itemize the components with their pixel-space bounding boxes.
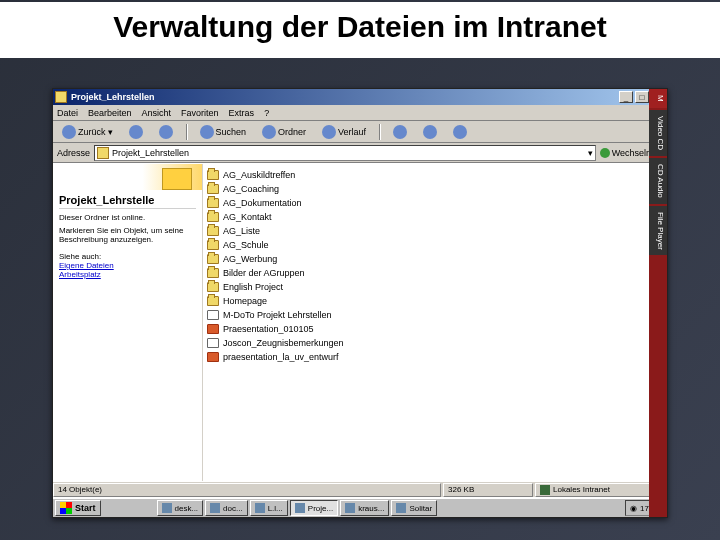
media-sidebar: M Video CD CD Audio File Player [649,89,667,517]
presentation-icon [207,352,219,362]
maximize-button[interactable]: □ [635,91,649,103]
task-button[interactable]: doc... [205,500,248,516]
quicklaunch-icon[interactable] [139,500,155,516]
folder-icon [97,147,109,159]
search-label: Suchen [216,127,247,137]
tb-extra1[interactable] [388,123,412,141]
file-name: AG_Schule [223,240,269,250]
titlebar[interactable]: Projekt_Lehrstellen _ □ × [53,89,667,105]
back-icon [62,125,76,139]
file-name: Bilder der AGruppen [223,268,305,278]
folders-label: Ordner [278,127,306,137]
menu-datei[interactable]: Datei [57,108,78,118]
history-button[interactable]: Verlauf [317,123,371,141]
search-button[interactable]: Suchen [195,123,252,141]
file-item[interactable]: Praesentation_010105 [205,322,665,336]
info-pane: Projekt_Lehrstelle Dieser Ordner ist onl… [53,164,203,481]
folder-icon [207,282,219,292]
file-item[interactable]: Joscon_Zeugnisbemerkungen [205,336,665,350]
slide-title: Verwaltung der Dateien im Intranet [0,2,720,58]
up-icon [159,125,173,139]
link-eigene-dateien[interactable]: Eigene Dateien [59,261,196,270]
address-combo[interactable]: Projekt_Lehrstellen ▾ [94,145,596,161]
task-button[interactable]: kraus... [340,500,389,516]
task-label: L.l... [268,504,283,513]
sidebar-tab-video[interactable]: Video CD [649,110,667,156]
search-icon [200,125,214,139]
separator [379,124,380,140]
task-label: desk... [175,504,199,513]
file-item[interactable]: praesentation_la_uv_entwurf [205,350,665,364]
address-bar: Adresse Projekt_Lehrstellen ▾ Wechseln z… [53,143,667,163]
sidebar-logo[interactable]: M [649,89,667,108]
app-icon [295,503,305,513]
history-icon [322,125,336,139]
tb-extra2[interactable] [418,123,442,141]
app-icon [255,503,265,513]
folder-icon [207,296,219,306]
folder-icon [207,268,219,278]
separator [186,124,187,140]
file-item[interactable]: English Project [205,280,665,294]
icon [453,125,467,139]
file-item[interactable]: AG_Coaching [205,182,665,196]
folder-icon [207,212,219,222]
app-icon [162,503,172,513]
folder-icon [207,170,219,180]
folder-icon [207,184,219,194]
start-label: Start [75,503,96,513]
task-button[interactable]: Solitar [391,500,437,516]
task-button[interactable]: desk... [157,500,204,516]
link-arbeitsplatz[interactable]: Arbeitsplatz [59,270,196,279]
task-buttons: desk...doc...L.l...Proje...kraus...Solit… [157,500,438,516]
explorer-window: Projekt_Lehrstellen _ □ × Datei Bearbeit… [52,88,668,518]
task-label: Proje... [308,504,333,513]
file-item[interactable]: Bilder der AGruppen [205,266,665,280]
file-name: English Project [223,282,283,292]
minimize-button[interactable]: _ [619,91,633,103]
menu-ansicht[interactable]: Ansicht [142,108,172,118]
document-icon [207,310,219,320]
selection-hint: Markieren Sie ein Objekt, um seine Besch… [59,226,196,244]
menu-help[interactable]: ? [264,108,269,118]
folder-banner [53,164,202,190]
file-item[interactable]: AG_Auskildtreffen [205,168,665,182]
folders-button[interactable]: Ordner [257,123,311,141]
window-title: Projekt_Lehrstellen [71,92,617,102]
tb-extra3[interactable] [448,123,472,141]
file-item[interactable]: AG_Dokumentation [205,196,665,210]
file-item[interactable]: AG_Schule [205,238,665,252]
quicklaunch-icon[interactable] [121,500,137,516]
sidebar-tab-audio[interactable]: CD Audio [649,158,667,204]
sidebar-tab-player[interactable]: File Player [649,206,667,256]
file-item[interactable]: Homepage [205,294,665,308]
chevron-down-icon[interactable]: ▾ [588,148,593,158]
windows-logo-icon [60,502,72,514]
folder-icon [55,91,67,103]
file-list[interactable]: AG_AuskildtreffenAG_CoachingAG_Dokumenta… [203,164,667,481]
file-item[interactable]: AG_Liste [205,224,665,238]
file-item[interactable]: AG_Werbung [205,252,665,266]
menu-bearbeiten[interactable]: Bearbeiten [88,108,132,118]
zone-label: Lokales Intranet [553,485,610,494]
quicklaunch-icon[interactable] [103,500,119,516]
icon [423,125,437,139]
back-button[interactable]: Zurück ▾ [57,123,118,141]
task-button[interactable]: Proje... [290,500,338,516]
task-button[interactable]: L.l... [250,500,288,516]
menu-extras[interactable]: Extras [229,108,255,118]
taskbar: Start desk...doc...L.l...Proje...kraus..… [53,497,667,517]
zone-icon [540,485,550,495]
forward-button[interactable] [124,123,148,141]
file-name: AG_Kontakt [223,212,272,222]
history-label: Verlauf [338,127,366,137]
file-item[interactable]: AG_Kontakt [205,210,665,224]
file-name: praesentation_la_uv_entwurf [223,352,339,362]
menu-favoriten[interactable]: Favoriten [181,108,219,118]
status-size: 326 KB [443,483,533,497]
file-item[interactable]: M-DoTo Projekt Lehrstellen [205,308,665,322]
up-button[interactable] [154,123,178,141]
file-name: Joscon_Zeugnisbemerkungen [223,338,344,348]
presentation-icon [207,324,219,334]
start-button[interactable]: Start [55,500,101,516]
